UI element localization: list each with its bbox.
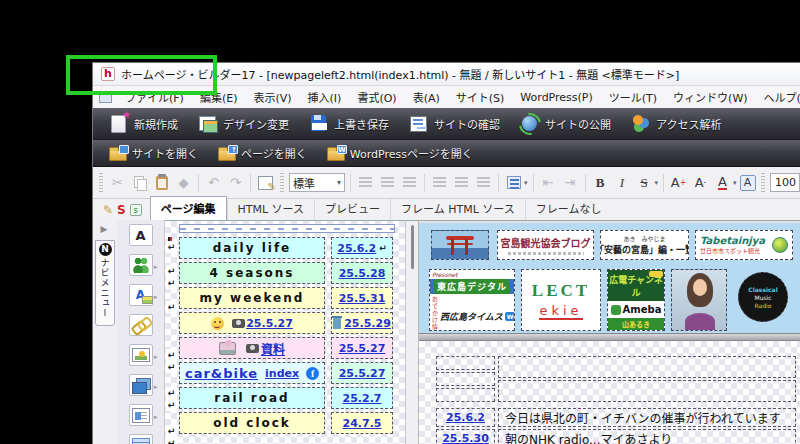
text-tool-button[interactable]: A	[129, 224, 153, 246]
date-link[interactable]: 24.7.5	[343, 417, 382, 430]
left-frame-page[interactable]: ↵ ↵ ↵ ↵ ↵ ↵ ↵ ↵ ↵ ↵ ↵ ↵ daily life 2	[165, 220, 405, 444]
undo-icon[interactable]: ↶	[204, 173, 223, 192]
bold-button[interactable]: B	[591, 173, 610, 192]
position-middle-icon[interactable]	[452, 173, 471, 192]
font-size-increase-button[interactable]: A+	[669, 173, 688, 192]
script-icon[interactable]: s	[130, 204, 142, 216]
indent-increase-icon[interactable]: ⇥	[561, 173, 580, 192]
empty-cell[interactable]	[436, 372, 495, 386]
menu-help[interactable]: ヘルプ(H)	[757, 86, 800, 108]
index-link[interactable]: index	[265, 367, 299, 380]
date-cell[interactable]: 25.5.27	[331, 337, 393, 359]
menu-cell-old-clock[interactable]: old clock	[179, 412, 325, 434]
image-tool-button[interactable]: ▸	[129, 344, 153, 366]
indent-decrease-icon[interactable]: ⇤	[539, 173, 558, 192]
cut-icon[interactable]: ✂	[108, 173, 127, 192]
empty-cell[interactable]	[436, 388, 495, 402]
facebook-icon[interactable]: f	[306, 367, 319, 380]
typing-animal-emoji[interactable]	[219, 342, 236, 355]
open-wordpress-button[interactable]: W WordPressページを開く	[321, 143, 483, 163]
toolbar-grip[interactable]	[99, 173, 103, 193]
strikethrough-button[interactable]: S	[635, 173, 654, 192]
tab-preview[interactable]: プレビュー	[314, 197, 390, 220]
open-site-button[interactable]: サイトを開く	[103, 143, 208, 163]
news-date-cell[interactable]: 25.5.30	[436, 429, 495, 444]
menu-site[interactable]: サイト(S)	[449, 86, 512, 108]
empty-cell[interactable]	[498, 380, 796, 402]
chevron-down-icon[interactable]: ▾	[524, 179, 528, 187]
font-effect-button[interactable]: A	[740, 175, 756, 191]
news-text-cell[interactable]: 今日は県北の町・イチバンの催事が行われています	[498, 408, 796, 427]
position-top-icon[interactable]	[430, 173, 449, 192]
layout-parts-button[interactable]: ▸	[129, 404, 153, 426]
italic-button[interactable]: I	[613, 173, 632, 192]
lect-ekie-banner[interactable]: LECT ekie	[521, 269, 601, 331]
chevron-down-icon[interactable]: ▾	[655, 179, 659, 187]
align-right-icon[interactable]	[400, 173, 419, 192]
date-link[interactable]: 25.6.2	[337, 242, 376, 255]
menu-table[interactable]: 表(A)	[406, 86, 447, 108]
menu-format[interactable]: 書式(O)	[350, 86, 403, 108]
toolbar-grip[interactable]	[280, 173, 284, 193]
date-cell[interactable]: 25.5.28	[331, 262, 393, 284]
camera-icon[interactable]	[246, 344, 259, 353]
align-left-icon[interactable]	[356, 173, 375, 192]
date-cell[interactable]: 24.7.5	[331, 412, 393, 434]
empty-cell[interactable]	[498, 356, 796, 378]
date-cell[interactable]: 25.5.27	[331, 362, 393, 384]
date-link[interactable]: 25.5.28	[339, 267, 386, 280]
menu-cell-shiryou[interactable]: 資料	[179, 337, 325, 359]
site-publish-button[interactable]: サイトの公開	[514, 112, 621, 135]
date-cell[interactable]: 25.6.2↵	[331, 237, 393, 259]
tab-no-frame[interactable]: フレームなし	[525, 197, 612, 220]
date-cell[interactable]: 25.2.7	[331, 387, 393, 409]
tab-page-edit[interactable]: ページ編集	[150, 196, 227, 220]
copy-icon[interactable]	[130, 173, 149, 192]
empty-cell[interactable]	[436, 356, 495, 370]
design-change-button[interactable]: デザイン変更	[192, 112, 299, 135]
tabetainjya-banner[interactable]: Tabetainjya 廿日市市スポット観光	[695, 230, 793, 260]
aki-miyajima-banner[interactable]: あき みやじま 「安藝の宮島」編・一覧	[600, 230, 689, 260]
menu-cell-daily-life[interactable]: daily life	[179, 237, 325, 259]
attribute-edit-icon[interactable]	[256, 173, 275, 192]
news-date-link[interactable]: 25.6.2	[446, 411, 485, 424]
portrait-photo[interactable]	[671, 269, 727, 331]
camera-icon[interactable]	[232, 319, 245, 328]
font-effect-tool-button[interactable]: A▸	[129, 284, 153, 306]
access-analytics-button[interactable]: アクセス解析	[625, 112, 731, 135]
news-text-cell[interactable]: 朝のNHK radio...マイあさより	[498, 429, 796, 444]
chevron-down-icon[interactable]: ▾	[733, 179, 737, 187]
news-date-link[interactable]: 25.5.30	[442, 432, 489, 444]
menu-view[interactable]: 表示(V)	[246, 86, 298, 108]
hyperlink-tool-button[interactable]	[129, 314, 153, 336]
music-radio-logo-banner[interactable]: Classical Music Radio	[735, 269, 791, 331]
car-bike-link[interactable]: car&bike	[185, 366, 258, 381]
zoom-value-field[interactable]: 100	[770, 173, 800, 192]
date-link[interactable]: 25.2.7	[343, 392, 382, 405]
new-page-button[interactable]: 新規作成	[103, 112, 188, 135]
scrollbar-thumb[interactable]	[411, 225, 414, 269]
date-link[interactable]: 25.5.27	[246, 317, 293, 330]
nav-menu-tab[interactable]: N ナビメニュー	[95, 240, 115, 326]
style-s-icon[interactable]: S	[117, 203, 126, 217]
menu-wordpress[interactable]: WordPress(P)	[513, 88, 599, 107]
menu-cell-rail-road[interactable]: rail road	[179, 387, 325, 409]
menu-tools[interactable]: ツール(T)	[602, 86, 664, 108]
date-cell[interactable]: 25.5.29	[331, 312, 393, 334]
position-bottom-icon[interactable]	[474, 173, 493, 192]
expand-panel-icon[interactable]: ▶	[95, 222, 113, 236]
pen-icon[interactable]: ✎	[103, 203, 113, 217]
trash-icon[interactable]	[333, 318, 341, 329]
menu-cell-4-seasons[interactable]: 4 seasons	[179, 262, 325, 284]
menu-cell-car-bike[interactable]: car&bikeindexf	[179, 362, 325, 384]
tab-frame-html-source[interactable]: フレーム HTML ソース	[390, 197, 525, 220]
miyajima-blog-banner[interactable]: 宮島観光協会ブログ	[497, 230, 594, 260]
paste-icon[interactable]	[152, 173, 171, 192]
image-stack-tool-button[interactable]: ▸	[129, 374, 153, 396]
menu-insert[interactable]: 挿入(I)	[301, 86, 349, 108]
news-date-cell[interactable]: 25.6.2	[436, 408, 495, 427]
font-size-decrease-button[interactable]: A-	[691, 173, 710, 192]
list-icon[interactable]	[504, 173, 523, 192]
table-tool-button[interactable]	[129, 434, 153, 444]
menu-cell-my-weekend[interactable]: my weekend	[179, 287, 325, 309]
